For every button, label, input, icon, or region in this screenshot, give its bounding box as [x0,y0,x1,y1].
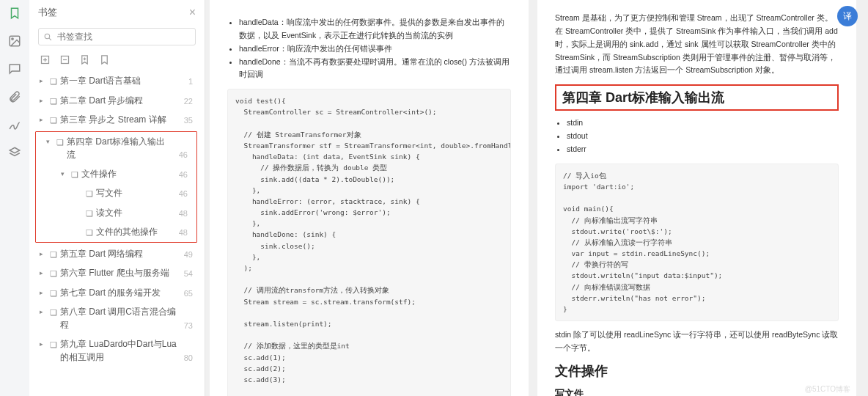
close-icon[interactable]: × [189,6,196,19]
code-block: // 导入io包 import 'dart:io'; void main(){ … [555,164,839,321]
chevron-icon: ▸ [40,288,47,298]
bookmark-icon: ❏ [50,95,57,108]
page-number: 46 [179,149,188,161]
tree-label: 第七章 Dart 的服务端开发 [60,286,161,299]
page-right: Stream 是基础，为了更方便控制和管理 Stream，出现了 StreamC… [537,0,856,396]
layers-icon[interactable] [7,145,22,160]
chevron-icon: ▸ [40,76,47,87]
tree-label: 第三章 异步之 Stream 详解 [60,113,166,126]
highlight-box: ▾ ❏ 第四章 Dart标准输入输出流 46 ▾ ❏ 文件操作 46 ❏ 写文件… [35,131,197,243]
bookmark-item-icon[interactable] [99,54,110,65]
chevron-icon: ▸ [40,307,47,318]
svg-point-2 [45,34,49,39]
bookmark-icon: ❏ [56,136,64,149]
tree-label: 第六章 Flutter 爬虫与服务端 [60,266,169,279]
chevron-icon: ▾ [46,137,54,147]
collapse-all-icon[interactable] [59,54,70,65]
code-block: void test(){ StreamController sc = Strea… [227,89,511,396]
page-number: 35 [184,114,193,127]
list-item: stderr [567,143,839,156]
search-field[interactable] [57,32,191,42]
bookmark-icon: ❏ [50,114,57,127]
chapter-heading: 第四章 Dart标准输入输出流 [555,84,839,111]
bookmarks-panel: 书签 × ▸ ❏ 第一章 Dart语言基础 1 ▸ ❏ 第二章 Dart 异步编… [29,0,205,396]
tree-item[interactable]: ▸ ❏ 第一章 Dart语言基础 1 [29,71,202,91]
tree-label: 文件操作 [81,167,117,180]
scrollbar[interactable] [861,0,868,396]
chevron-icon: ▸ [40,115,47,125]
tree-item[interactable]: ▸ ❏ 第二章 Dart 异步编程 22 [29,91,202,111]
bookmark-icon[interactable] [7,6,22,21]
page-number: 54 [184,268,193,280]
list-item: stdin [567,117,839,130]
tree-label: 读文件 [96,206,122,219]
tree-label: 第四章 Dart标准输入输出流 [67,135,173,161]
bookmark-icon: ❏ [86,227,93,239]
page-number: 65 [184,287,193,300]
search-icon [43,32,53,42]
tree-label: 第九章 LuaDardo中Dart与Lua的相互调用 [60,337,178,364]
io-list: stdinstdoutstderr [567,117,839,156]
bookmark-icon: ❏ [50,76,57,88]
bullet-list: handleData：响应流中发出的任何数据事件。提供的参数是来自发出事件的数据… [239,16,511,81]
tree-label: 第五章 Dart 网络编程 [60,247,143,260]
translate-button[interactable]: 译 [837,6,858,26]
attachment-icon[interactable] [7,89,22,104]
bookmark-tree: ▸ ❏ 第一章 Dart语言基础 1 ▸ ❏ 第二章 Dart 异步编程 22 … [29,71,205,396]
paragraph: Stream 是基础，为了更方便控制和管理 Stream，出现了 StreamC… [555,12,839,77]
bookmark-icon: ❏ [71,169,78,181]
signature-icon[interactable] [7,117,22,132]
page-number: 46 [179,169,188,181]
tree-label: 第一章 Dart语言基础 [60,74,141,87]
bookmark-icon: ❏ [50,268,57,280]
chevron-icon: ▸ [40,96,47,106]
bookmark-icon: ❏ [50,249,57,261]
page-number: 49 [184,249,193,261]
page-number: 1 [188,76,193,88]
chevron-icon: ▾ [61,169,68,180]
tree-item[interactable]: ❏ 写文件 46 [36,183,196,203]
tree-item[interactable]: ❏ 文件的其他操作 48 [36,222,196,242]
tree-item[interactable]: ▸ ❏ 第三章 异步之 Stream 详解 35 [29,110,202,130]
bookmark-icon: ❏ [50,307,57,319]
add-bookmark-icon[interactable] [79,54,90,65]
paragraph: stdin 除了可以使用 readLineSync 读一行字符串，还可以使用 r… [555,329,839,355]
chevron-icon: ▸ [40,249,47,260]
bookmark-icon: ❏ [86,188,93,200]
tree-item[interactable]: ▸ ❏ 第七章 Dart 的服务端开发 65 [29,283,202,303]
expand-all-icon[interactable] [40,54,51,65]
page-number: 80 [184,352,193,364]
tree-item[interactable]: ❏ 读文件 48 [36,203,196,223]
panel-title: 书签 [38,6,57,19]
page-number: 48 [179,227,188,239]
page-number: 48 [179,208,188,220]
tree-item[interactable]: ▾ ❏ 第四章 Dart标准输入输出流 46 [36,132,196,164]
tree-item[interactable]: ▸ ❏ 第六章 Flutter 爬虫与服务端 54 [29,263,202,283]
tree-item[interactable]: ▾ ❏ 文件操作 46 [36,164,196,184]
list-item: handleData：响应流中发出的任何数据事件。提供的参数是来自发出事件的数据… [239,16,511,43]
bookmark-icon: ❏ [50,287,57,300]
section-heading: 文件操作 [555,362,839,380]
search-input[interactable] [38,28,196,45]
tree-item[interactable]: ▸ ❏ 第五章 Dart 网络编程 49 [29,244,202,264]
comment-icon[interactable] [7,62,22,76]
activity-rail [0,0,29,396]
tree-item[interactable]: ▸ ❏ 第九章 LuaDardo中Dart与Lua的相互调用 80 [29,334,202,367]
page-number: 22 [184,95,193,108]
list-item: stdout [567,130,839,143]
page-number: 73 [184,320,193,332]
svg-point-1 [12,38,13,40]
bookmark-icon: ❏ [86,208,93,220]
list-item: handleDone：当流不再有数据要处理时调用。通常在流的 close() 方… [239,56,511,82]
panel-toolbar [29,51,205,71]
tree-item[interactable]: ▸ ❏ 第八章 Dart 调用C语言混合编程 73 [29,302,202,334]
bookmark-icon: ❏ [50,339,57,351]
chevron-icon: ▸ [40,340,47,350]
subsection-heading: 写文件 [555,387,839,396]
tree-label: 写文件 [96,186,122,199]
page-left: handleData：响应流中发出的任何数据事件。提供的参数是来自发出事件的数据… [210,0,529,396]
chevron-icon: ▸ [40,268,47,279]
image-icon[interactable] [7,34,22,48]
watermark: @51CTO博客 [805,384,850,395]
tree-label: 第八章 Dart 调用C语言混合编程 [60,305,178,331]
